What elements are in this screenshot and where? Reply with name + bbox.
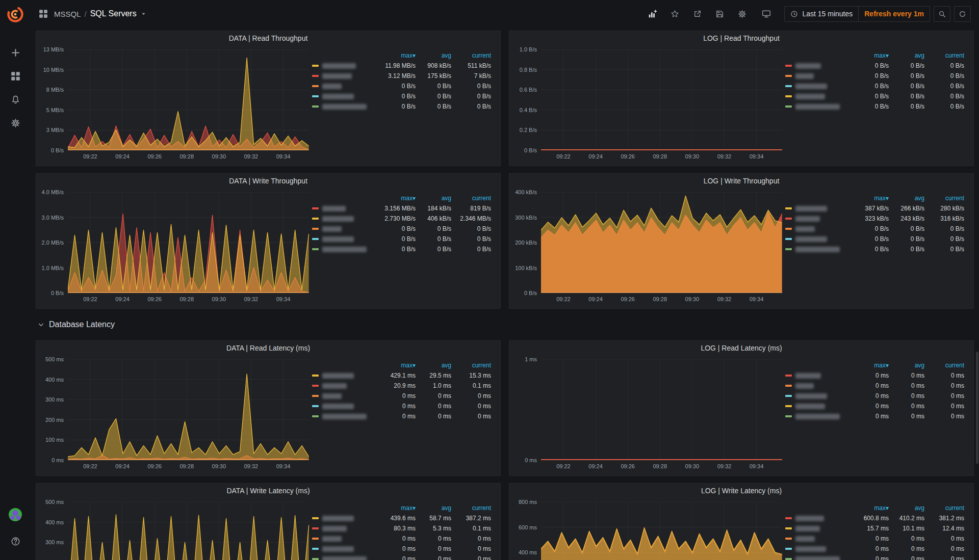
legend-series-row[interactable]: 0 B/s0 B/s0 B/s [785, 61, 964, 71]
time-series-chart[interactable]: 1 ms0 ms 09:2209:2409:2609:2809:3009:320… [512, 355, 782, 471]
legend-series-row[interactable]: 0 B/s0 B/s0 B/s [312, 234, 491, 244]
panel-add-button[interactable] [648, 10, 657, 18]
legend-series-row[interactable]: 0 ms0 ms0 ms [312, 391, 491, 401]
legend-series-row[interactable]: 0 B/s0 B/s0 B/s [312, 81, 491, 91]
legend-series-row[interactable]: 80.3 ms5.3 ms0.1 ms [312, 523, 491, 534]
time-series-chart[interactable]: 13 MB/s10 MB/s8 MB/s5 MB/s3 MB/s0 B/s 09… [39, 45, 309, 162]
legend-sort-avg[interactable]: avg [416, 362, 451, 369]
refresh-interval-button[interactable]: Refresh every 1m [858, 7, 930, 21]
legend-sort-avg[interactable]: avg [889, 195, 924, 202]
legend-series-row[interactable]: 439.6 ms58.7 ms387.2 ms [312, 513, 491, 523]
legend-series-row[interactable]: 0 ms0 ms0 ms [312, 411, 491, 421]
legend-series-row[interactable]: 429.1 ms29.5 ms15.3 ms [312, 370, 491, 381]
time-range-button[interactable]: Last 15 minutes [785, 7, 858, 21]
legend-series-row[interactable]: 0 B/s0 B/s0 B/s [785, 244, 964, 254]
legend-series-row[interactable]: 0 B/s0 B/s0 B/s [785, 101, 964, 112]
legend-sort-max[interactable]: max▾ [367, 504, 416, 512]
legend-sort-max[interactable]: max▾ [840, 504, 889, 512]
time-series-chart[interactable]: 800 ms600 ms400 ms200 ms0 ms 09:2209:240… [512, 498, 782, 560]
sidebar-bell-button[interactable] [0, 88, 31, 111]
legend-series-row[interactable]: 3.156 MB/s184 kB/s819 B/s [312, 203, 491, 214]
legend-series-row[interactable]: 0 B/s0 B/s0 B/s [785, 91, 964, 101]
legend-series-row[interactable]: 3.12 MB/s175 kB/s7 kB/s [312, 71, 491, 81]
legend-series-row[interactable]: 0 ms0 ms0 ms [785, 391, 964, 401]
user-avatar[interactable] [9, 508, 22, 521]
legend-series-row[interactable]: 0 ms0 ms0 ms [785, 534, 964, 544]
legend-sort-max[interactable]: max▾ [367, 52, 416, 59]
panel-title[interactable]: LOG | Read Latency (ms) [509, 341, 973, 353]
legend-series-row[interactable]: 0 ms0 ms0 ms [312, 401, 491, 411]
legend-sort-avg[interactable]: avg [889, 504, 924, 512]
time-series-chart[interactable]: 500 ms400 ms300 ms200 ms100 ms0 ms 09:22… [39, 355, 309, 471]
legend-sort-current[interactable]: current [451, 52, 491, 59]
time-series-chart[interactable]: 4.0 MB/s3.0 MB/s2.0 MB/s1.0 MB/s0 B/s 09… [39, 188, 309, 304]
panel-title[interactable]: LOG | Read Throughput [509, 31, 973, 43]
sidebar-plus-button[interactable] [0, 41, 31, 64]
grafana-logo[interactable] [6, 5, 24, 23]
legend-series-row[interactable]: 2.730 MB/s406 kB/s2.346 MB/s [312, 214, 491, 224]
legend-series-row[interactable]: 0 B/s0 B/s0 B/s [785, 224, 964, 234]
legend-series-row[interactable]: 387 kB/s266 kB/s280 kB/s [785, 203, 964, 214]
legend-series-row[interactable]: 0 ms0 ms0 ms [312, 544, 491, 554]
legend-series-row[interactable]: 11.98 MB/s908 kB/s511 kB/s [312, 61, 491, 71]
panel-title[interactable]: DATA | Read Throughput [36, 31, 500, 43]
cycle-view-button[interactable] [762, 9, 771, 18]
gear-button[interactable] [738, 10, 746, 18]
legend-sort-avg[interactable]: avg [416, 504, 451, 512]
zoom-out-button[interactable] [934, 6, 950, 22]
breadcrumb[interactable]: MSSQL / SQL Servers [39, 9, 152, 18]
legend-series-row[interactable]: 600.8 ms410.2 ms381.2 ms [785, 513, 964, 523]
refresh-dashboard-button[interactable] [954, 6, 971, 22]
panel-title[interactable]: LOG | Write Throughput [509, 174, 973, 186]
star-button[interactable] [671, 10, 679, 18]
legend-sort-current[interactable]: current [451, 195, 491, 202]
legend-sort-max[interactable]: max▾ [367, 362, 416, 369]
row-section-database-latency[interactable]: Database Latency [36, 316, 974, 333]
legend-sort-current[interactable]: current [924, 52, 964, 59]
legend-sort-avg[interactable]: avg [416, 195, 451, 202]
breadcrumb-folder[interactable]: MSSQL [54, 10, 81, 18]
legend-series-row[interactable]: 323 kB/s243 kB/s316 kB/s [785, 214, 964, 224]
legend-series-row[interactable]: 0 B/s0 B/s0 B/s [312, 91, 491, 101]
legend-series-row[interactable]: 0 B/s0 B/s0 B/s [785, 81, 964, 91]
legend-sort-current[interactable]: current [451, 362, 491, 369]
legend-sort-avg[interactable]: avg [889, 362, 924, 369]
sidebar-gear-button[interactable] [0, 111, 31, 135]
legend-series-row[interactable]: 0 B/s0 B/s0 B/s [312, 224, 491, 234]
legend-sort-max[interactable]: max▾ [840, 52, 889, 59]
save-button[interactable] [715, 10, 724, 18]
legend-sort-current[interactable]: current [924, 362, 964, 369]
legend-series-row[interactable]: 0 ms0 ms0 ms [785, 370, 964, 381]
legend-series-row[interactable]: 0 B/s0 B/s0 B/s [312, 101, 491, 112]
legend-sort-avg[interactable]: avg [416, 52, 451, 59]
legend-series-row[interactable]: 0 ms0 ms0 ms [312, 534, 491, 544]
legend-series-row[interactable]: 15.7 ms10.1 ms12.4 ms [785, 523, 964, 534]
share-button[interactable] [693, 10, 702, 18]
legend-series-row[interactable]: 0 ms0 ms0 ms [312, 554, 491, 560]
sidebar-question-button[interactable] [0, 529, 31, 553]
legend-sort-max[interactable]: max▾ [367, 195, 416, 202]
legend-sort-max[interactable]: max▾ [840, 195, 889, 202]
breadcrumb-dashboard-name[interactable]: SQL Servers [90, 9, 137, 18]
panel-title[interactable]: LOG | Write Latency (ms) [509, 484, 973, 496]
time-series-chart[interactable]: 1.0 B/s0.8 B/s0.6 B/s0.4 B/s0.2 B/s0 B/s… [512, 45, 782, 162]
legend-series-row[interactable]: 0 ms0 ms0 ms [785, 554, 964, 560]
vertical-scrollbar-thumb[interactable] [976, 352, 978, 464]
legend-sort-avg[interactable]: avg [889, 52, 924, 59]
legend-series-row[interactable]: 0 ms0 ms0 ms [785, 381, 964, 391]
sidebar-apps-button[interactable] [0, 64, 31, 88]
time-series-chart[interactable]: 400 kB/s300 kB/s200 kB/s100 kB/s0 B/s 09… [512, 188, 782, 304]
panel-title[interactable]: DATA | Read Latency (ms) [36, 341, 500, 353]
legend-sort-current[interactable]: current [451, 504, 491, 512]
legend-series-row[interactable]: 0 ms0 ms0 ms [785, 544, 964, 554]
panel-title[interactable]: DATA | Write Latency (ms) [36, 484, 500, 496]
legend-sort-current[interactable]: current [924, 504, 964, 512]
legend-series-row[interactable]: 0 B/s0 B/s0 B/s [312, 244, 491, 254]
time-series-chart[interactable]: 500 ms400 ms300 ms200 ms100 ms0 ms 09:22… [39, 498, 309, 560]
legend-series-row[interactable]: 0 ms0 ms0 ms [785, 411, 964, 421]
legend-series-row[interactable]: 20.9 ms1.0 ms0.1 ms [312, 381, 491, 391]
legend-sort-current[interactable]: current [924, 195, 964, 202]
legend-series-row[interactable]: 0 ms0 ms0 ms [785, 401, 964, 411]
legend-series-row[interactable]: 0 B/s0 B/s0 B/s [785, 71, 964, 81]
legend-series-row[interactable]: 0 B/s0 B/s0 B/s [785, 234, 964, 244]
